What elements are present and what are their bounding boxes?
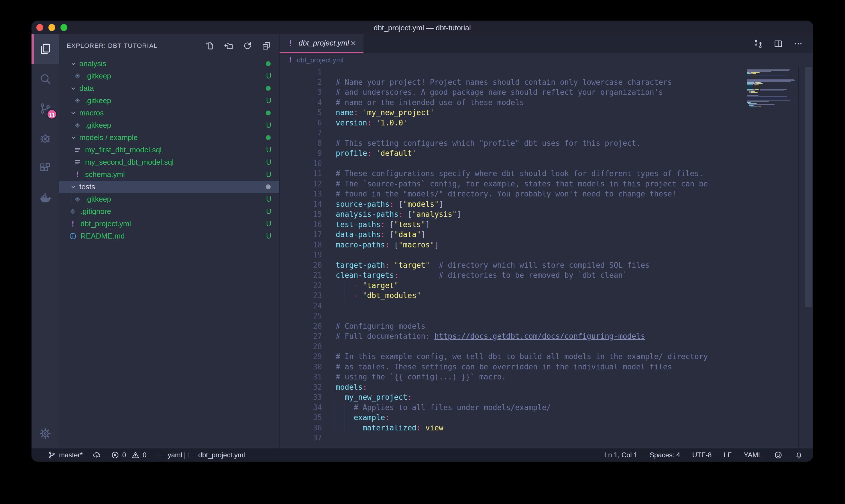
- open-changes-icon[interactable]: [753, 39, 763, 49]
- code-line-9[interactable]: 9profile: 'default': [280, 148, 744, 159]
- code-line-23[interactable]: 23 - "dbt_modules": [280, 291, 744, 301]
- code-line-33[interactable]: 33 my_new_project:: [280, 392, 744, 403]
- code-line-34[interactable]: 34 # Applies to all files under models/e…: [280, 403, 744, 413]
- tree-folder-models-example[interactable]: models / example: [59, 131, 279, 144]
- code-line-32[interactable]: 32models:: [280, 382, 744, 393]
- activitybar-source-control[interactable]: 11: [32, 94, 59, 123]
- activitybar-explorer[interactable]: [32, 34, 59, 64]
- code-line-5[interactable]: 5name: 'my_new_project': [280, 108, 744, 118]
- statusbar-publish-changes[interactable]: [92, 451, 101, 459]
- new-file-icon[interactable]: [205, 41, 215, 51]
- breadcrumb-file[interactable]: dbt_project.yml: [297, 56, 343, 64]
- new-folder-icon[interactable]: [224, 41, 233, 51]
- tree-file-.gitkeep[interactable]: .gitkeepU: [59, 94, 279, 107]
- statusbar-feedback[interactable]: [774, 451, 783, 459]
- statusbar-git-branch-status[interactable]: master*: [48, 451, 83, 459]
- code-editor[interactable]: 12# Name your project! Project names sho…: [280, 67, 813, 448]
- activitybar-settings[interactable]: [32, 419, 59, 448]
- collapse-folders-icon[interactable]: [262, 41, 271, 51]
- tree-file-README.md[interactable]: README.mdU: [59, 230, 279, 242]
- statusbar-file-outline[interactable]: dbt_project.yml: [187, 451, 245, 459]
- close-tab-icon[interactable]: [349, 39, 357, 48]
- breadcrumb[interactable]: ! dbt_project.yml: [280, 53, 813, 67]
- code-line-29[interactable]: 29# In this example config, we tell dbt …: [280, 352, 744, 362]
- statusbar-cursor-position[interactable]: Ln 1, Col 1: [605, 451, 637, 459]
- tree-item-label: my_first_dbt_model.sql: [85, 145, 266, 154]
- code-line-37[interactable]: 37: [280, 433, 744, 443]
- line-number: 12: [280, 179, 322, 189]
- code-line-13[interactable]: 13# found in the "models/" directory. Yo…: [280, 189, 744, 199]
- code-line-8[interactable]: 8# This setting configures which "profil…: [280, 138, 744, 149]
- code-lines[interactable]: 12# Name your project! Project names sho…: [280, 67, 744, 443]
- statusbar-encoding[interactable]: UTF-8: [692, 451, 712, 459]
- statusbar-warning-count[interactable]: 0: [131, 451, 146, 459]
- activitybar-debug[interactable]: [32, 123, 59, 153]
- git-status-dot: [266, 135, 271, 140]
- line-number: 13: [280, 189, 322, 199]
- code-line-28[interactable]: 28: [280, 342, 744, 352]
- code-line-20[interactable]: 20target-path: "target" # directory whic…: [280, 260, 744, 271]
- statusbar-error-count[interactable]: 0: [111, 451, 126, 459]
- code-line-17[interactable]: 17data-paths: ["data"]: [280, 230, 744, 240]
- tree-folder-tests[interactable]: tests: [59, 181, 279, 193]
- activitybar-search[interactable]: [32, 64, 59, 94]
- refresh-explorer-icon[interactable]: [242, 41, 252, 51]
- code-line-19[interactable]: 19: [280, 250, 744, 260]
- code-line-15[interactable]: 15analysis-paths: ["analysis"]: [280, 209, 744, 220]
- tree-folder-macros[interactable]: macros: [59, 107, 279, 119]
- statusbar-language-mode[interactable]: YAML: [743, 451, 762, 459]
- minimap[interactable]: [747, 68, 798, 109]
- git-untracked-badge: U: [266, 72, 271, 80]
- line-number: 25: [280, 311, 322, 321]
- tab-dbt_project.yml[interactable]: ! dbt_project.yml: [280, 34, 363, 53]
- tree-file-my_second_dbt_model.sql[interactable]: my_second_dbt_model.sqlU: [59, 156, 279, 168]
- tree-folder-data[interactable]: data: [59, 82, 279, 94]
- code-line-26[interactable]: 26# Configuring models: [280, 321, 744, 331]
- tree-file-.gitkeep[interactable]: .gitkeepU: [59, 119, 279, 131]
- code-line-10[interactable]: 10: [280, 159, 744, 169]
- extensions-icon: [39, 162, 52, 175]
- code-line-35[interactable]: 35 example:: [280, 413, 744, 423]
- code-line-36[interactable]: 36 materialized: view: [280, 423, 744, 433]
- tree-file-dbt_project.yml[interactable]: !dbt_project.ymlU: [59, 218, 279, 230]
- code-line-12[interactable]: 12# The `source-paths` config, for examp…: [280, 179, 744, 189]
- tree-item-label: my_second_dbt_model.sql: [85, 158, 266, 167]
- line-number: 17: [280, 230, 322, 240]
- statusbar-notifications[interactable]: [795, 451, 803, 459]
- tree-item-label: README.md: [80, 232, 266, 240]
- statusbar-eol[interactable]: LF: [723, 451, 732, 459]
- split-editor-icon[interactable]: [773, 39, 783, 49]
- more-actions-icon[interactable]: [793, 39, 803, 49]
- line-number: 6: [280, 118, 322, 128]
- code-line-7[interactable]: 7: [280, 128, 744, 138]
- code-line-14[interactable]: 14source-paths: ["models"]: [280, 199, 744, 210]
- code-line-18[interactable]: 18macro-paths: ["macros"]: [280, 240, 744, 250]
- code-line-16[interactable]: 16test-paths: ["tests"]: [280, 220, 744, 230]
- activitybar-extensions[interactable]: [32, 153, 59, 183]
- code-line-21[interactable]: 21clean-targets: # directories to be rem…: [280, 270, 744, 281]
- git-file-icon: [74, 122, 82, 129]
- tree-file-.gitkeep[interactable]: .gitkeepU: [59, 70, 279, 82]
- statusbar-indentation[interactable]: Spaces: 4: [650, 451, 680, 459]
- tree-file-schema.yml[interactable]: !schema.ymlU: [59, 168, 279, 181]
- tree-file-.gitignore[interactable]: .gitignoreU: [59, 205, 279, 218]
- statusbar-yaml-outline[interactable]: yaml: [156, 451, 182, 459]
- code-line-30[interactable]: 30# as tables. These settings can be ove…: [280, 362, 744, 372]
- tree-folder-analysis[interactable]: analysis: [59, 57, 279, 70]
- code-line-24[interactable]: 24: [280, 301, 744, 311]
- editor-scrollbar[interactable]: [805, 67, 812, 307]
- tree-file-.gitkeep[interactable]: .gitkeepU: [59, 193, 279, 205]
- code-line-1[interactable]: 1: [280, 67, 744, 77]
- code-line-11[interactable]: 11# These configurations specify where d…: [280, 169, 744, 179]
- code-line-2[interactable]: 2# Name your project! Project names shou…: [280, 77, 744, 88]
- code-line-31[interactable]: 31# using the `{{ config(...) }}` macro.: [280, 372, 744, 382]
- code-line-25[interactable]: 25: [280, 311, 744, 321]
- tree-file-my_first_dbt_model.sql[interactable]: my_first_dbt_model.sqlU: [59, 144, 279, 156]
- code-line-6[interactable]: 6version: '1.0.0': [280, 118, 744, 128]
- code-line-3[interactable]: 3# and underscores. A good package name …: [280, 87, 744, 98]
- code-line-22[interactable]: 22 - "target": [280, 281, 744, 291]
- tree-item-label: schema.yml: [85, 170, 266, 179]
- code-line-4[interactable]: 4# name or the intended use of these mod…: [280, 98, 744, 108]
- activitybar-docker[interactable]: [32, 183, 59, 213]
- code-line-27[interactable]: 27# Full documentation: https://docs.get…: [280, 331, 744, 342]
